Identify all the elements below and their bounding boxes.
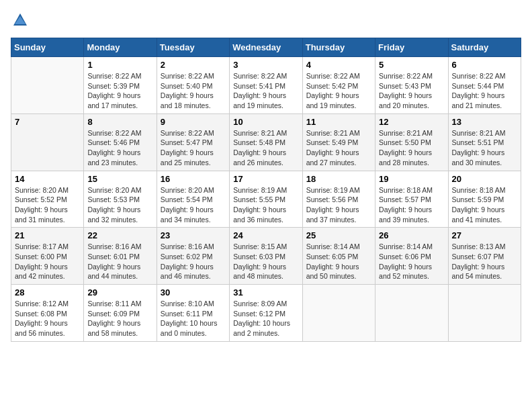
- calendar-day: 8Sunrise: 8:22 AMSunset: 5:46 PMDaylight…: [84, 113, 157, 171]
- day-number: 21: [15, 230, 80, 240]
- day-info: Sunrise: 8:22 AMSunset: 5:39 PMDaylight:…: [87, 71, 152, 111]
- calendar-day: 30Sunrise: 8:10 AMSunset: 6:11 PMDayligh…: [157, 285, 229, 342]
- calendar-day: 9Sunrise: 8:22 AMSunset: 5:47 PMDaylight…: [157, 113, 229, 171]
- day-number: 5: [379, 60, 444, 70]
- day-number: 22: [87, 230, 152, 240]
- day-number: 16: [161, 174, 226, 184]
- calendar-week: 28Sunrise: 8:12 AMSunset: 6:08 PMDayligh…: [11, 285, 521, 342]
- calendar-day: 26Sunrise: 8:14 AMSunset: 6:06 PMDayligh…: [375, 228, 448, 285]
- day-info: Sunrise: 8:22 AMSunset: 5:46 PMDaylight:…: [87, 128, 152, 168]
- weekday-header: Friday: [375, 38, 448, 57]
- calendar-body: 1Sunrise: 8:22 AMSunset: 5:39 PMDaylight…: [11, 57, 521, 342]
- calendar-day: [11, 57, 84, 114]
- calendar-day: 13Sunrise: 8:21 AMSunset: 5:51 PMDayligh…: [448, 113, 521, 171]
- day-number: 25: [306, 230, 371, 240]
- day-number: 28: [15, 287, 80, 298]
- calendar-day: 22Sunrise: 8:16 AMSunset: 6:01 PMDayligh…: [84, 228, 157, 285]
- day-info: Sunrise: 8:22 AMSunset: 5:47 PMDaylight:…: [161, 128, 226, 168]
- day-number: 4: [306, 60, 371, 70]
- calendar-day: 15Sunrise: 8:20 AMSunset: 5:53 PMDayligh…: [84, 171, 157, 228]
- day-info: Sunrise: 8:14 AMSunset: 6:05 PMDaylight:…: [306, 242, 371, 281]
- calendar-day: 21Sunrise: 8:17 AMSunset: 6:00 PMDayligh…: [11, 228, 84, 285]
- calendar-day: 12Sunrise: 8:21 AMSunset: 5:50 PMDayligh…: [375, 113, 448, 171]
- weekday-header: Saturday: [448, 38, 521, 57]
- weekday-header: Monday: [84, 38, 157, 57]
- day-number: 1: [87, 60, 152, 70]
- calendar-day: 31Sunrise: 8:09 AMSunset: 6:12 PMDayligh…: [230, 285, 302, 342]
- day-info: Sunrise: 8:09 AMSunset: 6:12 PMDaylight:…: [233, 299, 298, 338]
- calendar-day: [448, 285, 521, 342]
- header: [11, 11, 521, 30]
- weekday-header: Sunday: [11, 38, 84, 57]
- day-info: Sunrise: 8:21 AMSunset: 5:49 PMDaylight:…: [306, 128, 371, 168]
- calendar-day: 19Sunrise: 8:18 AMSunset: 5:57 PMDayligh…: [375, 171, 448, 228]
- calendar-day: 25Sunrise: 8:14 AMSunset: 6:05 PMDayligh…: [302, 228, 375, 285]
- day-number: 24: [233, 230, 298, 240]
- calendar-day: [375, 285, 448, 342]
- calendar-day: 27Sunrise: 8:13 AMSunset: 6:07 PMDayligh…: [448, 228, 521, 285]
- day-number: 19: [379, 174, 444, 184]
- day-info: Sunrise: 8:22 AMSunset: 5:44 PMDaylight:…: [452, 71, 517, 111]
- day-info: Sunrise: 8:16 AMSunset: 6:01 PMDaylight:…: [87, 242, 152, 281]
- weekday-header: Wednesday: [230, 38, 302, 57]
- day-number: 23: [161, 230, 226, 240]
- logo-icon: [11, 11, 30, 30]
- calendar-day: 10Sunrise: 8:21 AMSunset: 5:48 PMDayligh…: [230, 113, 302, 171]
- calendar-day: 4Sunrise: 8:22 AMSunset: 5:42 PMDaylight…: [302, 57, 375, 114]
- header-row: SundayMondayTuesdayWednesdayThursdayFrid…: [11, 38, 521, 57]
- day-number: 9: [161, 117, 226, 127]
- day-number: 17: [233, 174, 298, 184]
- day-info: Sunrise: 8:21 AMSunset: 5:50 PMDaylight:…: [379, 128, 444, 168]
- day-info: Sunrise: 8:18 AMSunset: 5:59 PMDaylight:…: [452, 185, 517, 225]
- day-number: 6: [452, 60, 517, 70]
- day-number: 29: [87, 287, 152, 298]
- calendar-week: 21Sunrise: 8:17 AMSunset: 6:00 PMDayligh…: [11, 228, 521, 285]
- day-info: Sunrise: 8:19 AMSunset: 5:55 PMDaylight:…: [233, 185, 298, 225]
- calendar-week: 1Sunrise: 8:22 AMSunset: 5:39 PMDaylight…: [11, 57, 521, 114]
- calendar-week: 14Sunrise: 8:20 AMSunset: 5:52 PMDayligh…: [11, 171, 521, 228]
- day-info: Sunrise: 8:21 AMSunset: 5:48 PMDaylight:…: [233, 128, 298, 168]
- day-info: Sunrise: 8:20 AMSunset: 5:53 PMDaylight:…: [87, 185, 152, 225]
- day-number: 15: [87, 174, 152, 184]
- calendar-day: 16Sunrise: 8:20 AMSunset: 5:54 PMDayligh…: [157, 171, 229, 228]
- day-info: Sunrise: 8:13 AMSunset: 6:07 PMDaylight:…: [452, 242, 517, 281]
- calendar-day: 20Sunrise: 8:18 AMSunset: 5:59 PMDayligh…: [448, 171, 521, 228]
- day-number: 8: [87, 117, 152, 127]
- calendar-day: [302, 285, 375, 342]
- calendar-table: SundayMondayTuesdayWednesdayThursdayFrid…: [11, 38, 521, 342]
- day-info: Sunrise: 8:22 AMSunset: 5:40 PMDaylight:…: [161, 71, 226, 111]
- day-info: Sunrise: 8:16 AMSunset: 6:02 PMDaylight:…: [161, 242, 226, 281]
- calendar-day: 28Sunrise: 8:12 AMSunset: 6:08 PMDayligh…: [11, 285, 84, 342]
- calendar-week: 78Sunrise: 8:22 AMSunset: 5:46 PMDayligh…: [11, 113, 521, 171]
- day-info: Sunrise: 8:14 AMSunset: 6:06 PMDaylight:…: [379, 242, 444, 281]
- calendar-day: 6Sunrise: 8:22 AMSunset: 5:44 PMDaylight…: [448, 57, 521, 114]
- day-number: 31: [233, 287, 298, 298]
- calendar-day: 18Sunrise: 8:19 AMSunset: 5:56 PMDayligh…: [302, 171, 375, 228]
- calendar-day: 2Sunrise: 8:22 AMSunset: 5:40 PMDaylight…: [157, 57, 229, 114]
- calendar-day: 7: [11, 113, 84, 171]
- calendar-day: 14Sunrise: 8:20 AMSunset: 5:52 PMDayligh…: [11, 171, 84, 228]
- day-number: 7: [15, 117, 80, 127]
- day-info: Sunrise: 8:22 AMSunset: 5:43 PMDaylight:…: [379, 71, 444, 111]
- day-info: Sunrise: 8:15 AMSunset: 6:03 PMDaylight:…: [233, 242, 298, 281]
- calendar-day: 5Sunrise: 8:22 AMSunset: 5:43 PMDaylight…: [375, 57, 448, 114]
- day-info: Sunrise: 8:17 AMSunset: 6:00 PMDaylight:…: [15, 242, 80, 281]
- day-info: Sunrise: 8:22 AMSunset: 5:41 PMDaylight:…: [233, 71, 298, 111]
- day-number: 2: [161, 60, 226, 70]
- calendar-day: 17Sunrise: 8:19 AMSunset: 5:55 PMDayligh…: [230, 171, 302, 228]
- calendar-header: SundayMondayTuesdayWednesdayThursdayFrid…: [11, 38, 521, 57]
- weekday-header: Tuesday: [157, 38, 229, 57]
- calendar-day: 11Sunrise: 8:21 AMSunset: 5:49 PMDayligh…: [302, 113, 375, 171]
- day-number: 14: [15, 174, 80, 184]
- day-number: 10: [233, 117, 298, 127]
- day-info: Sunrise: 8:18 AMSunset: 5:57 PMDaylight:…: [379, 185, 444, 225]
- calendar-day: 29Sunrise: 8:11 AMSunset: 6:09 PMDayligh…: [84, 285, 157, 342]
- day-info: Sunrise: 8:20 AMSunset: 5:52 PMDaylight:…: [15, 185, 80, 225]
- day-info: Sunrise: 8:12 AMSunset: 6:08 PMDaylight:…: [15, 299, 80, 338]
- weekday-header: Thursday: [302, 38, 375, 57]
- day-number: 11: [306, 117, 371, 127]
- day-info: Sunrise: 8:10 AMSunset: 6:11 PMDaylight:…: [161, 299, 226, 338]
- logo: [11, 11, 32, 30]
- day-info: Sunrise: 8:11 AMSunset: 6:09 PMDaylight:…: [87, 299, 152, 338]
- day-number: 13: [452, 117, 517, 127]
